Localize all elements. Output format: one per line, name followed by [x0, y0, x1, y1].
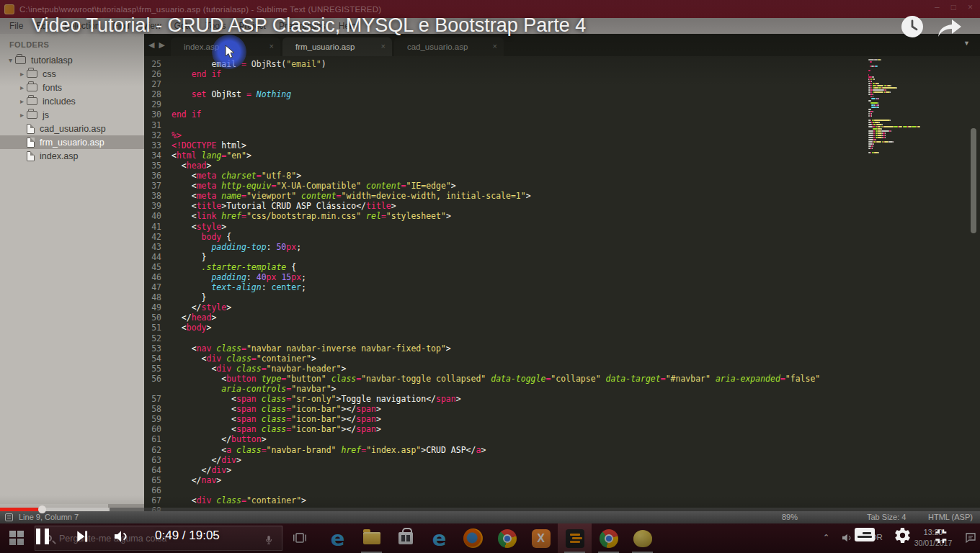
code-line-47[interactable]: 47 text-align: center; [144, 282, 980, 292]
code-line-30[interactable]: 30end if [144, 109, 980, 120]
code-line-31[interactable]: 31 [144, 120, 980, 130]
maximize-button[interactable]: □ [951, 2, 956, 12]
next-button[interactable] [74, 529, 90, 547]
firefox-taskbar-button[interactable] [456, 523, 490, 553]
code-line-63[interactable]: 63 </div> [144, 455, 980, 465]
code-line-42[interactable]: 42 body { [144, 232, 980, 242]
code-line-37[interactable]: 37 <meta http-equiv="X-UA-Compatible" co… [144, 181, 980, 191]
editor-vscrollbar-thumb[interactable] [971, 128, 976, 233]
code-line-46[interactable]: 46 padding: 40px 15px; [144, 272, 980, 282]
navicat-taskbar-button[interactable] [625, 523, 659, 553]
expand-arrow-icon[interactable]: ▸ [17, 70, 27, 78]
code-line-43[interactable]: 43 padding-top: 50px; [144, 242, 980, 252]
tree-item-includes[interactable]: ▸includes [0, 94, 144, 108]
code-line-28[interactable]: 28 set ObjRst = Nothing [144, 89, 980, 99]
code-line-67[interactable]: 67 <div class="container"> [144, 495, 980, 505]
code-line-32[interactable]: 32%> [144, 130, 980, 140]
expand-arrow-icon[interactable]: ▸ [17, 84, 27, 91]
code-line-25[interactable]: 25 email = ObjRst("email") [144, 59, 980, 69]
code-line-41[interactable]: 41 <style> [144, 222, 980, 232]
tree-item-frm_usuario.asp[interactable]: frm_usuario.asp [0, 135, 144, 149]
code-line-53[interactable]: 53 <nav class="navbar navbar-inverse nav… [144, 343, 980, 354]
tree-item-cad_usuario.asp[interactable]: cad_usuario.asp [0, 122, 144, 135]
tab-size-selector[interactable]: Tab Size: 4 [867, 513, 906, 521]
tree-item-fonts[interactable]: ▸fonts [0, 81, 144, 94]
code-line-36[interactable]: 36 <meta charset="utf-8"> [144, 171, 980, 181]
start-button[interactable] [9, 531, 24, 545]
minimize-button[interactable]: – [935, 2, 940, 12]
tab-close-icon[interactable]: × [381, 42, 386, 51]
close-button[interactable]: × [968, 2, 973, 12]
exit-fullscreen-icon[interactable] [931, 527, 949, 548]
expand-arrow-icon[interactable]: ▸ [17, 97, 27, 105]
menu-item-file[interactable]: File [3, 18, 30, 34]
code-line-48[interactable]: 48 } [144, 292, 980, 302]
code-line-49[interactable]: 49 </style> [144, 302, 980, 313]
code-line-wrap[interactable]: aria-controls="navbar"> [144, 384, 980, 394]
code-line-52[interactable]: 52 [144, 333, 980, 343]
tab-overflow-icon[interactable]: ▼ [963, 40, 970, 47]
tab-cad_usuario.asp[interactable]: cad_usuario.asp× [394, 37, 504, 56]
xampp-taskbar-button[interactable]: X [524, 523, 558, 553]
code-line-40[interactable]: 40 <link href="css/bootstrap.min.css" re… [144, 211, 980, 221]
microphone-icon[interactable] [263, 532, 275, 551]
code-line-60[interactable]: 60 <span class="icon-bar"></span> [144, 424, 980, 434]
internet-explorer-taskbar-button[interactable]: e [422, 523, 456, 553]
code-line-65[interactable]: 65 </nav> [144, 475, 980, 485]
tree-item-css[interactable]: ▸css [0, 67, 144, 81]
code-line-35[interactable]: 35 <head> [144, 161, 980, 171]
collapse-arrow-icon[interactable]: ▾ [6, 56, 15, 64]
code-area[interactable]: 25 email = ObjRst("email")26 end if2728 … [144, 56, 980, 511]
code-line-45[interactable]: 45 .starter-template { [144, 262, 980, 272]
action-center-icon[interactable] [964, 531, 977, 547]
tab-frm_usuario.asp[interactable]: frm_usuario.asp× [282, 37, 392, 56]
tab-close-icon[interactable]: × [493, 42, 497, 51]
syntax-selector[interactable]: HTML (ASP) [928, 513, 973, 521]
tab-scroll-left-icon[interactable]: ◀ [148, 40, 154, 50]
settings-gear-icon[interactable] [894, 526, 912, 547]
watch-later-icon[interactable] [899, 14, 925, 40]
code-line-33[interactable]: 33<!DOCTYPE html> [144, 140, 980, 150]
volume-icon[interactable] [110, 528, 132, 548]
code-line-29[interactable]: 29 [144, 99, 980, 109]
share-icon[interactable] [937, 17, 963, 42]
code-line-58[interactable]: 58 <span class="icon-bar"></span> [144, 404, 980, 414]
tray-chevron-icon[interactable]: ⌃ [823, 533, 829, 542]
google-chrome-taskbar-button[interactable] [490, 523, 524, 553]
code-line-50[interactable]: 50 </head> [144, 313, 980, 323]
code-line-39[interactable]: 39 <title>Tutorial CRUD ASP Clássico</ti… [144, 201, 980, 211]
tab-index.asp[interactable]: index.asp× [171, 37, 280, 56]
code-line-54[interactable]: 54 <div class="container"> [144, 354, 980, 364]
expand-arrow-icon[interactable]: ▸ [17, 111, 27, 119]
video-progress-bar[interactable] [0, 507, 980, 512]
tab-scroll-right-icon[interactable]: ▶ [159, 40, 164, 50]
code-line-38[interactable]: 38 <meta name="viewport" content="width=… [144, 191, 980, 201]
code-line-57[interactable]: 57 <span class="sr-only">Toggle navigati… [144, 394, 980, 404]
file-explorer-taskbar-button[interactable] [355, 523, 388, 553]
code-line-56[interactable]: 56 <button type="button" class="navbar-t… [144, 374, 980, 384]
code-line-59[interactable]: 59 <span class="icon-bar"></span> [144, 414, 980, 424]
sublime-text-taskbar-button[interactable] [558, 523, 592, 553]
code-line-34[interactable]: 34<html lang="en"> [144, 150, 980, 161]
microsoft-edge-taskbar-button[interactable]: e [321, 523, 355, 553]
code-line-64[interactable]: 64 </div> [144, 465, 980, 475]
code-line-62[interactable]: 62 <a class="navbar-brand" href="index.a… [144, 445, 980, 455]
code-line-61[interactable]: 61 </button> [144, 434, 980, 444]
code-line-27[interactable]: 27 [144, 79, 980, 89]
tree-item-index.asp[interactable]: index.asp [0, 149, 144, 163]
task-view-button[interactable] [291, 530, 308, 549]
tree-item-js[interactable]: ▸js [0, 108, 144, 122]
code-line-51[interactable]: 51 <body> [144, 323, 980, 333]
code-line-66[interactable]: 66 [144, 485, 980, 495]
tab-close-icon[interactable]: × [270, 42, 274, 51]
subtitles-button[interactable] [855, 528, 875, 541]
tray-volume-icon[interactable] [840, 531, 853, 547]
google-chrome-2-taskbar-button[interactable] [592, 523, 625, 553]
windows-store-taskbar-button[interactable] [388, 523, 422, 553]
code-line-55[interactable]: 55 <div class="navbar-header"> [144, 364, 980, 374]
code-line-44[interactable]: 44 } [144, 252, 980, 262]
tree-item-tutorialasp[interactable]: ▾tutorialasp [0, 53, 144, 67]
code-line-26[interactable]: 26 end if [144, 69, 980, 79]
minimap[interactable] [868, 59, 937, 505]
pause-button[interactable] [36, 529, 53, 544]
